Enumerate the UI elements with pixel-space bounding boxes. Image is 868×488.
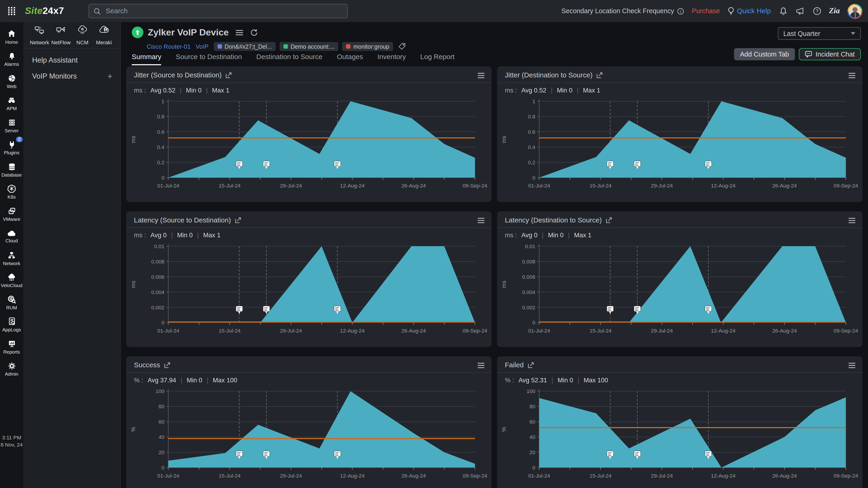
shortcut-ncm[interactable]: NCM xyxy=(72,26,93,45)
sidebar-item-cloud[interactable]: Cloud xyxy=(0,225,23,248)
svg-text:26-Aug-24: 26-Aug-24 xyxy=(401,328,426,334)
vmware-icon xyxy=(7,207,16,215)
sidebar-item-reports[interactable]: Reports xyxy=(0,336,23,358)
add-monitor-plus-icon[interactable]: + xyxy=(107,71,113,81)
tab-source-to-destination[interactable]: Source to Destination xyxy=(176,53,242,65)
shortcut-meraki[interactable]: Meraki xyxy=(93,26,115,45)
shortcut-label: NCM xyxy=(76,39,89,45)
submenu-item-help-assistant[interactable]: Help Assistant xyxy=(23,52,120,68)
sidebar-item-rum[interactable]: RUM xyxy=(0,292,23,314)
ncm-icon xyxy=(77,26,88,38)
area-chart[interactable]: 00.0020.0040.0060.0080.0101-Jul-2415-Jul… xyxy=(497,238,862,339)
tab-summary[interactable]: Summary xyxy=(132,53,161,65)
sidebar-item-alarms[interactable]: Alarms xyxy=(0,48,23,70)
sidebar-item-admin[interactable]: Admin xyxy=(0,358,23,380)
svg-text:1: 1 xyxy=(532,98,535,104)
svg-text:0.004: 0.004 xyxy=(522,289,535,295)
add-custom-tab-button[interactable]: Add Custom Tab xyxy=(734,48,795,61)
tab-log-report[interactable]: Log Report xyxy=(420,53,455,65)
annotation-flag-icon[interactable] xyxy=(607,306,614,314)
panel-menu-icon[interactable] xyxy=(848,72,856,78)
expand-chart-icon[interactable] xyxy=(596,72,603,78)
svg-text:0.008: 0.008 xyxy=(151,259,164,265)
timeframe-value: Last Quarter xyxy=(783,30,820,37)
svg-text:01-Jul-24: 01-Jul-24 xyxy=(157,328,180,334)
shortcut-netflow[interactable]: NetFlow xyxy=(50,26,72,45)
annotation-flag-icon[interactable] xyxy=(236,306,243,314)
avatar[interactable] xyxy=(847,4,862,19)
stats-max: Max 100 xyxy=(213,377,237,384)
sidebar-item-label: Reports xyxy=(3,349,20,354)
svg-text:40: 40 xyxy=(529,434,535,440)
sidebar-item-k8s[interactable]: K8s xyxy=(0,181,23,203)
svg-text:29-Jul-24: 29-Jul-24 xyxy=(651,328,673,334)
sidebar-item-plugins[interactable]: Plugins2 xyxy=(0,137,23,159)
stats-unit: ms : xyxy=(134,87,146,94)
meraki-icon xyxy=(98,26,110,38)
help-question-icon[interactable]: ? xyxy=(812,7,821,15)
area-chart[interactable]: 00.20.40.60.8101-Jul-2415-Jul-2429-Jul-2… xyxy=(497,94,862,194)
stats-min: Min 0 xyxy=(548,232,564,238)
announcements-megaphone-icon[interactable] xyxy=(795,7,805,15)
info-icon[interactable]: i xyxy=(677,7,684,14)
tag-chip[interactable]: Demo account:... xyxy=(280,42,339,51)
sidebar-item-database[interactable]: Database xyxy=(0,159,23,181)
panel-menu-icon[interactable] xyxy=(477,217,485,223)
sidebar-item-web[interactable]: Web xyxy=(0,70,23,93)
expand-chart-icon[interactable] xyxy=(225,72,232,78)
area-chart[interactable]: 02040608010001-Jul-2415-Jul-2429-Jul-241… xyxy=(126,384,492,484)
stats-max: Max 1 xyxy=(583,87,600,94)
purchase-link[interactable]: Purchase xyxy=(692,7,720,15)
panel-menu-icon[interactable] xyxy=(848,362,856,368)
expand-chart-icon[interactable] xyxy=(528,362,534,369)
chart-stats: % : Avg 37.94 | Min 0 | Max 100 xyxy=(126,373,492,383)
tag-chip[interactable]: Don&#x27;t_Del... xyxy=(214,42,276,51)
sidebar-item-velocloud[interactable]: VeloCloud xyxy=(0,269,23,292)
incident-chat-button[interactable]: Incident Chat xyxy=(799,48,861,61)
submenu-item-voip-monitors[interactable]: VoIP Monitors+ xyxy=(23,68,120,84)
panel-menu-icon[interactable] xyxy=(477,72,485,78)
monitor-menu-icon[interactable] xyxy=(235,29,244,36)
apps-grid-icon[interactable] xyxy=(0,6,23,16)
area-chart[interactable]: 00.0020.0040.0060.0080.0101-Jul-2415-Jul… xyxy=(126,238,492,339)
expand-chart-icon[interactable] xyxy=(235,217,242,224)
svg-text:0.2: 0.2 xyxy=(528,159,535,165)
global-search[interactable] xyxy=(89,4,347,18)
search-icon xyxy=(94,7,101,14)
area-chart[interactable]: 00.20.40.60.8101-Jul-2415-Jul-2429-Jul-2… xyxy=(126,94,492,194)
sidebar-item-applogs[interactable]: AppLogs xyxy=(0,314,23,336)
search-input[interactable] xyxy=(104,7,343,15)
tag-chip[interactable]: monitor:group xyxy=(342,42,393,51)
zia-icon[interactable]: Zia xyxy=(829,7,840,15)
expand-chart-icon[interactable] xyxy=(606,217,612,224)
expand-chart-icon[interactable] xyxy=(164,362,170,369)
tab-inventory[interactable]: Inventory xyxy=(377,53,406,65)
notifications-bell-icon[interactable] xyxy=(778,6,787,16)
svg-text:0: 0 xyxy=(532,465,535,470)
sidebar-item-vmware[interactable]: VMware xyxy=(0,203,23,225)
svg-text:01-Jul-24: 01-Jul-24 xyxy=(157,473,180,479)
shortcut-network[interactable]: Network xyxy=(29,26,50,45)
chart-panel-4: Success % : Avg 37.94 | Min 0 | Max 100 … xyxy=(126,356,492,488)
tag-icon[interactable] xyxy=(398,43,406,50)
site24x7-logo[interactable]: Site24x7 xyxy=(25,6,64,17)
area-chart[interactable]: 02040608010001-Jul-2415-Jul-2429-Jul-241… xyxy=(497,384,862,484)
sidebar-item-apm[interactable]: APM xyxy=(0,93,23,115)
tab-outages[interactable]: Outages xyxy=(337,53,363,65)
svg-text:15-Jul-24: 15-Jul-24 xyxy=(219,473,241,479)
panel-menu-icon[interactable] xyxy=(477,362,485,368)
timeframe-select[interactable]: Last Quarter xyxy=(778,27,861,40)
panel-menu-icon[interactable] xyxy=(848,217,856,223)
tab-destination-to-source[interactable]: Destination to Source xyxy=(256,53,322,65)
breadcrumb-link-type[interactable]: VoIP xyxy=(196,43,209,50)
admin-icon xyxy=(7,361,16,370)
sidebar-item-server[interactable]: Server xyxy=(0,115,23,137)
stats-unit: ms : xyxy=(134,232,146,238)
quick-help-link[interactable]: Quick Help xyxy=(727,7,771,15)
sidebar-item-home[interactable]: Home xyxy=(0,26,23,48)
svg-text:0: 0 xyxy=(532,175,535,181)
sidebar-item-network[interactable]: Network xyxy=(0,247,23,269)
svg-text:ms: ms xyxy=(130,136,136,143)
breadcrumb-link-device[interactable]: Cisco Router-01 xyxy=(147,43,191,50)
refresh-icon[interactable] xyxy=(250,29,258,36)
